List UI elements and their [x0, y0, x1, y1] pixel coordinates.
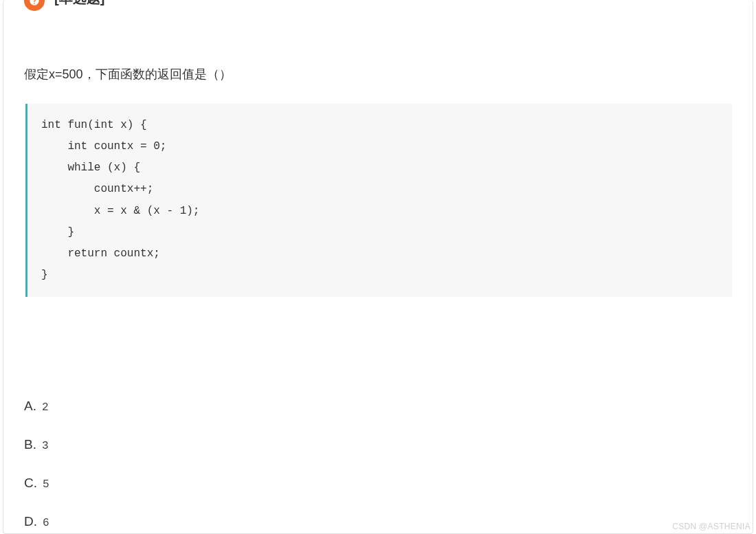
- question-text: 假定x=500，下面函数的返回值是（）: [24, 65, 732, 85]
- question-card: [单选题] 假定x=500，下面函数的返回值是（） int fun(int x)…: [3, 0, 753, 534]
- option-value: 3: [42, 440, 49, 452]
- question-type-label: [单选题]: [54, 0, 104, 8]
- question-mark-icon: [24, 0, 45, 11]
- option-value: 2: [42, 401, 49, 414]
- watermark: CSDN @ASTHENIA: [672, 522, 751, 531]
- option-a[interactable]: A. 2: [24, 399, 732, 414]
- option-value: 5: [43, 478, 49, 491]
- option-letter: C.: [24, 476, 37, 491]
- option-value: 6: [43, 517, 49, 529]
- options-list: A. 2 B. 3 C. 5 D. 6: [24, 399, 732, 529]
- option-letter: A.: [24, 399, 36, 414]
- option-letter: B.: [24, 437, 36, 452]
- option-d[interactable]: D. 6: [24, 514, 732, 529]
- question-header: [单选题]: [3, 0, 753, 11]
- code-block: int fun(int x) { int countx = 0; while (…: [25, 104, 732, 298]
- question-content: 假定x=500，下面函数的返回值是（） int fun(int x) { int…: [3, 65, 753, 529]
- option-b[interactable]: B. 3: [24, 437, 732, 452]
- option-letter: D.: [24, 514, 37, 529]
- option-c[interactable]: C. 5: [24, 476, 732, 491]
